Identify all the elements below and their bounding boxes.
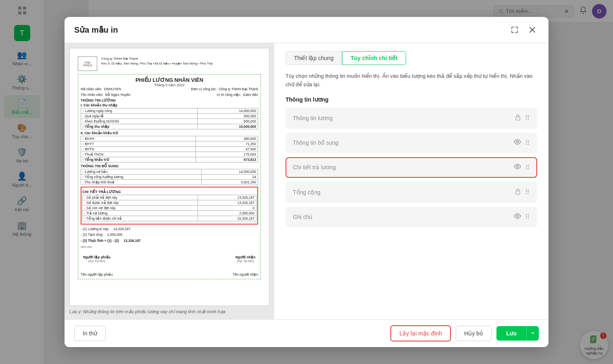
svg-rect-8 — [516, 117, 520, 120]
eye-icon[interactable] — [514, 164, 521, 171]
table-row: - Lương cơ bản 14,000,000 — [81, 169, 258, 175]
paper-month-year: Tháng 5 năm 2022 — [81, 83, 258, 87]
table-cell-label: - Thu nhập tính thuế — [81, 180, 202, 185]
paper-main-section: PHIẾU LƯƠNG NHÂN VIÊN Tháng 5 năm 2022 M… — [78, 74, 261, 279]
print-button[interactable]: In thử — [74, 326, 106, 341]
table-cell-label: - Tổng công hưởng lương — [81, 175, 202, 180]
logo-sublabel: công ty — [83, 64, 92, 67]
info-card-actions: ⠿ — [514, 213, 530, 221]
table-row: - Lương ngày công 14,000,000 — [81, 108, 258, 114]
table-row: - Số phải trả đợt này 13,326,187 — [83, 195, 256, 200]
section1-subtitle2: II. Các khoản khấu trừ — [81, 131, 258, 135]
unit-section: Đơn vị công tác: Công ty TNHH Đại Thành — [191, 87, 258, 91]
footer-right-label: Người nhận — [233, 255, 258, 259]
drag-icon[interactable]: ⠿ — [525, 188, 530, 196]
drag-icon[interactable]: ⠿ — [525, 164, 530, 171]
paper-main-title: PHIẾU LƯƠNG NHÂN VIÊN — [81, 77, 258, 83]
section1-title: THÔNG TIN LƯƠNG — [81, 98, 258, 102]
deduction-table: - BHXH 380,000 - BHYT 71,250 - BHTN 47,5… — [81, 136, 258, 162]
table-row: - Tổng khấu trừ 673,813 — [81, 157, 258, 162]
info-card-label: Thông tin lương — [293, 115, 515, 121]
cancel-button[interactable]: Hủy bỏ — [456, 326, 492, 341]
table-cell-label: - BHTN — [81, 147, 196, 152]
payment-table: - Số phải trả đợt này 13,326,187 - Số đư… — [82, 195, 256, 221]
save-button[interactable]: Lưu — [496, 326, 526, 341]
info-card-actions: ⠿ — [515, 188, 530, 196]
settings-panel: Thiết lập chung Tùy chỉnh chi tiết Tùy c… — [274, 43, 548, 319]
section1-subtitle: I. Các khoản thu nhập — [81, 103, 258, 107]
info-card-label: Ghi chú — [293, 214, 514, 220]
modal-footer: In thử Lấy lại mặc định Hủy bỏ Lưu — [65, 319, 548, 347]
footer-right-col: Người nhận (Ký, họ tên) Tên người nhận — [233, 255, 258, 277]
table-cell-value: 3,501,250 — [201, 180, 258, 185]
svg-point-12 — [517, 215, 519, 217]
info-card-label: Thông tin bổ sung — [293, 139, 514, 146]
company-address: Khu 5, Dị Nậu, Tam Nông, Phú Thọ •Xã Dị … — [101, 61, 213, 66]
lock-icon[interactable] — [515, 114, 521, 122]
drag-icon[interactable]: ⠿ — [525, 213, 530, 221]
eye-icon[interactable] — [514, 139, 521, 146]
save-dropdown-button[interactable] — [526, 326, 539, 341]
employee-name-section: Tên nhân viên: Đỗ Ngọc Huyên — [81, 93, 131, 97]
table-cell-value: 175,063 — [196, 152, 258, 157]
save-button-group: Lưu — [496, 326, 539, 341]
paper-logo-box: Logo công ty — [78, 56, 97, 71]
table-row: - BHYT 71,250 — [81, 141, 258, 147]
footer-left-sublabel: (Ký, họ tên) — [81, 259, 113, 263]
modal-body: Logo công ty Công ty TNHH Đại Thành Khu … — [65, 43, 548, 319]
table-cell-label: - BHXH — [81, 136, 196, 141]
info-card-ghi-chu: Ghi chú ⠿ — [286, 207, 537, 227]
table-cell-label: - Tổng tiền được chi trả — [83, 216, 198, 221]
table-cell-label: - Lương cơ bản — [81, 169, 202, 175]
info-card-thong-tin-luong: Thông tin lương ⠿ — [286, 108, 537, 129]
paper-company-info: Công ty TNHH Đại Thành Khu 5, Dị Nậu, Ta… — [101, 56, 213, 66]
close-button[interactable] — [526, 23, 539, 36]
tab-thiet-lap-chung[interactable]: Thiết lập chung — [286, 51, 342, 65]
drag-icon[interactable]: ⠿ — [525, 139, 530, 147]
table-row: - Trả nợ lương 2,000,000 — [83, 211, 256, 216]
tab-tuy-chinh-chi-tiet[interactable]: Tùy chỉnh chi tiết — [342, 51, 406, 65]
summary-row3: - (3) Thực lĩnh = (1) - (2) 13,326,187 — [81, 238, 258, 243]
tabs-row: Thiết lập chung Tùy chỉnh chi tiết — [286, 51, 537, 65]
section3-title: CHI TIẾT TRẢ LƯƠNG — [82, 190, 256, 194]
table-row: - Số được trả đợt này 13,326,187 — [83, 200, 256, 206]
svg-point-10 — [517, 166, 519, 168]
drag-icon[interactable]: ⠿ — [525, 114, 530, 122]
table-row: - Thuế TNCN 175,063 — [81, 152, 258, 157]
table-cell-value: 2,000,000 — [198, 211, 256, 216]
table-row: - Số còn nợ đợt này 0 — [83, 206, 256, 211]
table-cell-label: - Lương ngày công — [81, 108, 198, 114]
svg-point-9 — [517, 141, 519, 143]
table-cell-value: 47,500 — [196, 147, 258, 152]
svg-rect-11 — [516, 191, 520, 194]
table-cell-value: 500,000 — [197, 119, 258, 124]
info-card-thong-tin-bo-sung: Thông tin bổ sung ⠿ — [286, 133, 537, 153]
logo-label: Logo — [84, 61, 91, 64]
ghi-chu-label: Ghi chú — [81, 245, 258, 249]
preview-panel: Logo công ty Công ty TNHH Đại Thành Khu … — [65, 43, 274, 319]
reset-default-button[interactable]: Lấy lại mặc định — [390, 325, 451, 341]
info-card-actions: ⠿ — [515, 114, 530, 122]
eye-icon[interactable] — [514, 213, 521, 220]
summary-section: - (1) Lương kì này 14,326,187 - (2) Tạm … — [81, 226, 258, 243]
table-cell-value: 500,000 — [197, 114, 258, 119]
table-row: - Khen thưởng NV/SXN 500,000 — [81, 119, 258, 124]
table-cell-label: - Số phải trả đợt này — [83, 195, 198, 200]
info-card-actions: ⠿ — [514, 139, 530, 147]
footer-left-name: Tên người lập phiếu — [81, 272, 113, 277]
paper-header: Logo công ty Công ty TNHH Đại Thành Khu … — [78, 56, 261, 71]
footer-right-name: Tên người nhận — [233, 272, 258, 277]
expand-icon — [511, 26, 518, 33]
table-row: - Quà ngày lễ 500,000 — [81, 114, 258, 119]
summary-row2: - (2) Tạm ứng 1,000,000 — [81, 232, 258, 237]
summary-row1: - (1) Lương kì này 14,326,187 — [81, 226, 258, 232]
info-card-label: Tổng cộng — [293, 189, 515, 196]
table-cell-label: - Khen thưởng NV/SXN — [81, 119, 198, 124]
modal-header-actions — [508, 23, 539, 36]
chi-tiet-tra-luong-section: CHI TIẾT TRẢ LƯƠNG - Số phải trả đợt này… — [81, 187, 258, 225]
close-icon — [529, 26, 536, 33]
table-cell-value: 380,000 — [196, 136, 258, 141]
preview-paper: Logo công ty Công ty TNHH Đại Thành Khu … — [69, 48, 269, 306]
lock-icon[interactable] — [515, 188, 521, 196]
expand-button[interactable] — [508, 23, 521, 36]
